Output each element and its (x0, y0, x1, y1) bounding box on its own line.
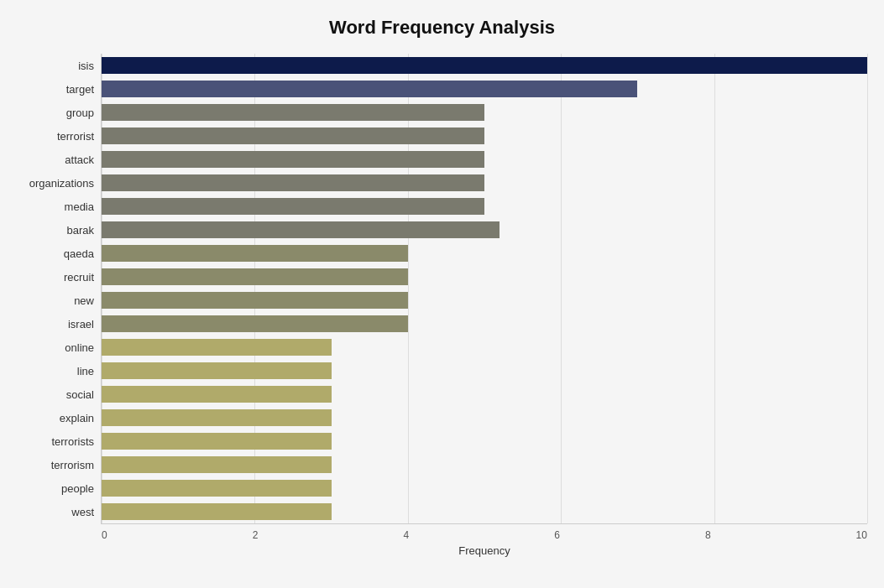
bar (102, 268, 408, 285)
x-tick: 4 (403, 529, 409, 541)
y-label: terrorism (51, 455, 94, 476)
bar-row (102, 125, 867, 147)
x-tick: 0 (102, 529, 107, 541)
bar-row (102, 383, 867, 405)
bar (102, 57, 867, 74)
y-label: organizations (29, 172, 94, 194)
y-label: attack (65, 148, 94, 170)
bar-row (102, 501, 867, 523)
y-label: israel (68, 314, 94, 336)
y-label: online (65, 337, 94, 359)
bar (102, 456, 332, 473)
y-label: terrorists (51, 431, 94, 453)
y-label: qaeda (64, 242, 94, 264)
y-label: west (71, 502, 94, 523)
bars-grid: 0246810 Frequency (101, 54, 867, 524)
bar (102, 480, 332, 497)
bar-row (102, 219, 867, 241)
y-label: isis (78, 55, 94, 76)
y-label: line (77, 361, 94, 382)
bar-row (102, 407, 867, 429)
y-label: explain (60, 408, 94, 429)
x-tick: 8 (705, 529, 711, 541)
y-label: new (74, 289, 94, 311)
bar (102, 245, 408, 262)
bar-row (102, 477, 867, 499)
bar-row (102, 242, 867, 264)
bar-row (102, 148, 867, 170)
bar (102, 81, 637, 97)
bar (102, 362, 332, 379)
x-axis-label: Frequency (458, 544, 510, 557)
bar (102, 198, 484, 215)
bar (102, 292, 408, 309)
x-tick: 6 (554, 529, 560, 541)
bar-row (102, 101, 867, 123)
bar-row (102, 430, 867, 452)
bar-row (102, 78, 867, 100)
bar (102, 315, 408, 332)
x-tick: 10 (856, 529, 867, 541)
y-label: barak (66, 219, 94, 241)
chart-area: isistargetgroupterroristattackorganizati… (17, 54, 867, 524)
bar (102, 221, 500, 238)
chart-title: Word Frequency Analysis (17, 17, 867, 39)
bar (102, 386, 332, 403)
bar (102, 339, 332, 356)
bar-row (102, 266, 867, 288)
x-tick: 2 (253, 529, 259, 541)
bar (102, 104, 484, 121)
y-label: recruit (64, 266, 94, 288)
x-axis: 0246810 Frequency (102, 526, 867, 557)
bar (102, 127, 484, 144)
bar (102, 433, 332, 450)
bar-row (102, 172, 867, 194)
y-label: social (66, 384, 94, 406)
bar (102, 409, 332, 426)
y-label: terrorist (57, 125, 94, 147)
bar (102, 503, 332, 520)
bar-row (102, 195, 867, 217)
bar-row (102, 313, 867, 335)
bar (102, 174, 484, 191)
chart-container: Word Frequency Analysis isistargetgroupt… (0, 0, 884, 588)
y-label: group (66, 101, 94, 123)
y-label: target (66, 78, 94, 100)
bar (102, 151, 484, 168)
y-label: media (65, 195, 94, 217)
bar-row (102, 289, 867, 311)
bar-row (102, 336, 867, 358)
bar-row (102, 360, 867, 382)
y-label: people (61, 478, 94, 500)
bar-row (102, 55, 867, 76)
grid-line (867, 54, 868, 523)
y-axis: isistargetgroupterroristattackorganizati… (17, 54, 101, 524)
bar-row (102, 454, 867, 476)
